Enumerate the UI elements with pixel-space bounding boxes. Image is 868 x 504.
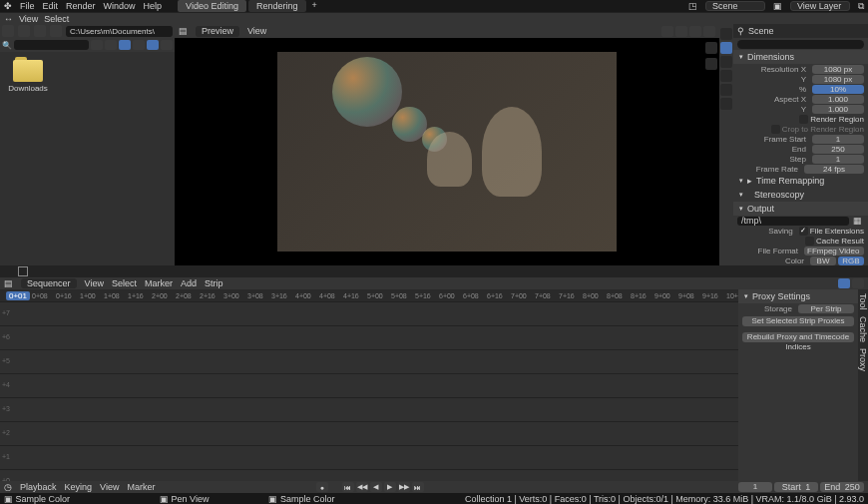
menu-help[interactable]: Help	[144, 1, 163, 11]
path-field[interactable]: C:\Users\m\Documents\	[66, 26, 173, 37]
pin-icon[interactable]: ⚲	[737, 26, 744, 36]
play-reverse-button[interactable]: ◀	[370, 482, 382, 492]
prop-tab-view-icon[interactable]	[720, 56, 732, 68]
add-workspace-button[interactable]: +	[308, 0, 321, 12]
pb-marker-menu[interactable]: Marker	[127, 482, 155, 492]
chk-render-region[interactable]	[799, 115, 808, 124]
play-button[interactable]: ▶	[384, 482, 396, 492]
seq-marker-menu[interactable]: Marker	[145, 278, 173, 288]
prop-tab-world-icon[interactable]	[720, 84, 732, 96]
seq-strip-menu[interactable]: Strip	[205, 278, 223, 288]
preview-viewport[interactable]	[175, 38, 719, 265]
sequencer-mode[interactable]: Sequencer	[21, 278, 77, 288]
panel-output[interactable]: Output	[733, 202, 868, 216]
input-aspect-y[interactable]: 1.000	[812, 105, 864, 114]
properties-search[interactable]	[737, 40, 864, 49]
corner-icon[interactable]: ↔	[4, 14, 13, 24]
display-grid-btn[interactable]	[119, 40, 131, 50]
next-key-button[interactable]: ▶▶	[398, 482, 410, 492]
current-frame-indicator[interactable]: 0+01	[6, 291, 30, 300]
tab-rendering[interactable]: Rendering	[248, 0, 306, 12]
settings-btn[interactable]	[161, 40, 173, 50]
btn-color-rgb[interactable]: RGB	[838, 256, 864, 265]
timeline-icon[interactable]: ◷	[4, 482, 12, 492]
timeline-ruler[interactable]: 0+01 0+08 0+16 1+00 1+08 1+16 2+00 2+08 …	[0, 289, 738, 301]
input-res-y[interactable]: 1080 px	[812, 75, 864, 84]
menu-window[interactable]: Window	[104, 1, 136, 11]
panel-time-remap[interactable]: ▸ Time Remapping	[733, 174, 868, 188]
seq-add-menu[interactable]: Add	[181, 278, 197, 288]
tab-video-editing[interactable]: Video Editing	[178, 0, 246, 12]
menu-edit[interactable]: Edit	[43, 1, 59, 11]
viewlayer-selector[interactable]: View Layer	[790, 1, 850, 11]
btn-rebuild-proxies[interactable]: Rebuild Proxy and Timecode Indices	[742, 332, 854, 342]
preview-mode[interactable]: Preview	[196, 26, 239, 37]
chk-crop[interactable]	[771, 125, 780, 134]
nav-refresh-icon[interactable]	[50, 25, 62, 37]
preview-view-menu[interactable]: View	[247, 26, 266, 36]
editor-type-icon[interactable]: ▤	[4, 278, 13, 288]
scene-selector[interactable]: Scene	[705, 1, 765, 11]
jump-end-button[interactable]: ⏭	[412, 482, 424, 492]
menu-select[interactable]: Select	[44, 14, 69, 24]
prop-tab-scene-icon[interactable]	[720, 70, 732, 82]
tab-cache[interactable]: Cache	[858, 316, 868, 342]
prop-tab-render-icon[interactable]	[720, 28, 732, 40]
pv-btn-3[interactable]	[689, 26, 701, 37]
prop-tab-output-icon[interactable]	[720, 42, 732, 54]
tab-proxy[interactable]: Proxy	[858, 348, 868, 371]
start-frame-field[interactable]: Start 1	[774, 482, 818, 492]
keying-menu[interactable]: Keying	[65, 482, 93, 492]
btn-color-bw[interactable]: BW	[810, 256, 836, 265]
prev-key-button[interactable]: ◀◀	[356, 482, 368, 492]
nav-fwd-icon[interactable]	[18, 25, 30, 37]
filter-btn[interactable]	[147, 40, 159, 50]
tab-tool[interactable]: Tool	[858, 293, 868, 310]
input-pct[interactable]: 10%	[812, 85, 864, 94]
filter-icon[interactable]: ⧉	[858, 1, 864, 12]
display-thumb-btn[interactable]	[91, 40, 103, 50]
select-storage[interactable]: Per Strip	[798, 304, 854, 313]
pv-btn-2[interactable]	[675, 26, 687, 37]
folder-item[interactable]: Downloads	[8, 60, 48, 93]
file-list[interactable]: Downloads	[0, 52, 175, 265]
browse-icon[interactable]: ▦	[851, 216, 864, 226]
end-frame-field[interactable]: End 250	[820, 482, 864, 492]
input-res-x[interactable]: 1080 px	[812, 65, 864, 74]
seq-select-menu[interactable]: Select	[112, 278, 137, 288]
input-frame-rate[interactable]: 24 fps	[804, 165, 864, 174]
pan-icon[interactable]	[705, 42, 717, 54]
input-frame-end[interactable]: 250	[812, 145, 864, 154]
nav-up-icon[interactable]	[34, 25, 46, 37]
jump-start-button[interactable]: ⏮	[342, 482, 354, 492]
timeline[interactable]: 0+01 0+08 0+16 1+00 1+08 1+16 2+00 2+08 …	[0, 289, 738, 481]
panel-stereoscopy[interactable]: Stereoscopy	[733, 188, 868, 202]
playback-menu[interactable]: Playback	[20, 482, 57, 492]
autokey-button[interactable]: ●	[316, 482, 328, 492]
seq-toggle-1[interactable]	[838, 278, 850, 288]
panel-dimensions[interactable]: Dimensions	[733, 50, 868, 64]
chk-file-ext[interactable]	[799, 227, 808, 236]
current-frame-field[interactable]: 1	[738, 482, 772, 492]
sort-btn[interactable]	[133, 40, 145, 50]
seq-toggle-2[interactable]	[852, 278, 864, 288]
pv-btn-1[interactable]	[661, 26, 673, 37]
btn-set-proxies[interactable]: Set Selected Strip Proxies	[742, 316, 854, 326]
panel-proxy[interactable]: Proxy Settings	[738, 289, 858, 303]
menu-file[interactable]: File	[20, 1, 35, 11]
prop-tab-tool-icon[interactable]	[720, 98, 732, 110]
menu-view[interactable]: View	[19, 14, 38, 24]
select-file-format[interactable]: FFmpeg Video	[804, 247, 864, 255]
input-frame-start[interactable]: 1	[812, 135, 864, 144]
editor-type-icon[interactable]: ▤	[179, 26, 188, 36]
input-frame-step[interactable]: 1	[812, 155, 864, 164]
nav-back-icon[interactable]	[2, 25, 14, 37]
scene-breadcrumb[interactable]: Scene	[748, 26, 774, 36]
pv-btn-4[interactable]	[703, 26, 715, 37]
seq-view-menu[interactable]: View	[85, 278, 104, 288]
output-path[interactable]: /tmp\	[737, 217, 849, 226]
input-aspect-x[interactable]: 1.000	[812, 95, 864, 104]
menu-render[interactable]: Render	[66, 1, 96, 11]
zoom-icon[interactable]	[705, 58, 717, 70]
search-input[interactable]	[14, 40, 89, 50]
